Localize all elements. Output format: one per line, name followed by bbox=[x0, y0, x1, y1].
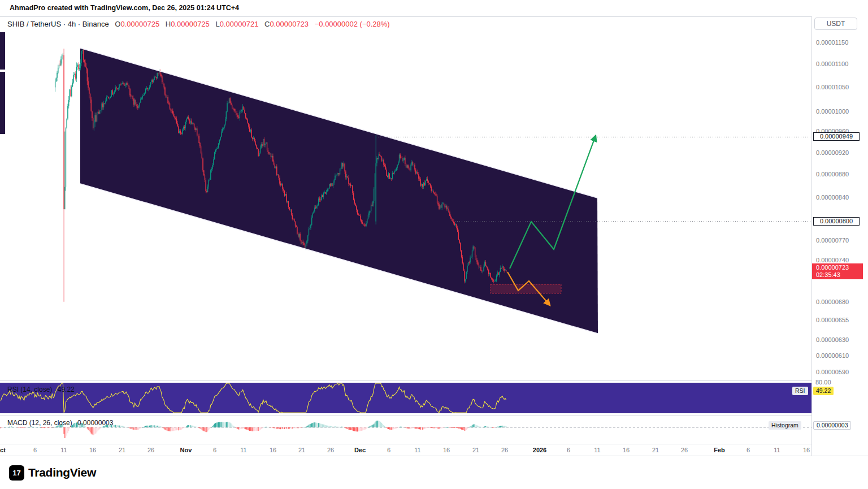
macd-value-badge: 0.00000003 bbox=[813, 421, 851, 430]
price-axis-label: 0.00000630 bbox=[816, 336, 849, 344]
tradingview-chart-window: AhmadPro created with TradingView.com, D… bbox=[0, 0, 868, 489]
time-axis-label: 16 bbox=[803, 447, 810, 453]
price-axis-label: 0.00000880 bbox=[816, 170, 849, 178]
tradingview-wordmark: TradingView bbox=[28, 466, 96, 479]
time-axis-label: 11 bbox=[414, 447, 420, 453]
time-axis-label: Dec bbox=[354, 447, 366, 453]
time-axis-label: 26 bbox=[147, 447, 154, 453]
open-value: 0.00000725 bbox=[120, 20, 159, 28]
currency-toggle-button[interactable]: USDT bbox=[814, 18, 857, 30]
price-axis-label: 0.00000590 bbox=[816, 368, 849, 376]
time-axis-label: 21 bbox=[652, 447, 659, 453]
time-axis-label: 26 bbox=[681, 447, 688, 453]
time-axis-label: 6 bbox=[747, 447, 750, 453]
left-edge-artifact bbox=[0, 32, 5, 70]
macd-legend: MACD (12, 26, close) 0.00000003 bbox=[7, 419, 113, 427]
time-axis-label: 11 bbox=[774, 447, 780, 453]
rsi-legend: RSI (14, close) 49.22 bbox=[7, 386, 75, 393]
time-axis-label: 11 bbox=[60, 447, 67, 453]
macd-title[interactable]: MACD (12, 26, close) bbox=[7, 419, 72, 427]
tradingview-logo-icon: 17 bbox=[9, 465, 24, 481]
pane-separator-bottom bbox=[0, 444, 868, 444]
price-axis-label: 0.00000610 bbox=[816, 352, 849, 360]
pane-separator-macd[interactable] bbox=[0, 416, 868, 416]
time-axis-label: 6 bbox=[387, 447, 390, 453]
low-value: 0.00000721 bbox=[220, 20, 259, 28]
time-axis-label: 26 bbox=[501, 447, 508, 453]
rsi-title[interactable]: RSI (14, close) bbox=[7, 386, 52, 393]
time-axis-label: 21 bbox=[298, 447, 305, 453]
price-axis-label: 0.00000770 bbox=[816, 236, 849, 244]
tradingview-logo[interactable]: 17 TradingView bbox=[9, 465, 96, 481]
time-axis-label: Feb bbox=[714, 447, 725, 453]
time-axis-label: 21 bbox=[472, 447, 479, 453]
pane-separator-rsi[interactable] bbox=[0, 380, 868, 381]
macd-scale-badge: Histogram bbox=[769, 421, 801, 430]
rsi-value-badge: 49.22 bbox=[813, 387, 834, 395]
time-axis-label: 16 bbox=[623, 447, 630, 453]
rsi-upper-level-label: 80.00 bbox=[815, 379, 831, 386]
high-value: 0.00000725 bbox=[171, 20, 210, 28]
chart-top-border bbox=[0, 16, 868, 17]
time-axis-label: 21 bbox=[119, 447, 125, 453]
time-axis-label: Nov bbox=[180, 447, 192, 453]
close-value: 0.00000723 bbox=[270, 20, 309, 28]
time-axis-label: 16 bbox=[270, 447, 276, 453]
rsi-scale-badge: RSI bbox=[792, 387, 808, 395]
price-axis-label: 0.00001150 bbox=[816, 38, 848, 46]
symbol-legend: SHIB / TetherUS · 4h · Binance O0.000007… bbox=[7, 20, 390, 28]
time-axis-label: 26 bbox=[327, 447, 334, 453]
time-axis-label: ct bbox=[0, 447, 6, 453]
price-axis-label: 0.00001000 bbox=[816, 107, 849, 115]
price-axis-label: 0.00000920 bbox=[816, 149, 849, 157]
rsi-band bbox=[0, 383, 811, 413]
rsi-value: 49.22 bbox=[58, 386, 75, 393]
price-axis-label: 0.00001050 bbox=[816, 83, 849, 91]
current-price-label: 0.0000072302:35:43 bbox=[812, 263, 863, 279]
time-axis-label: 6 bbox=[213, 447, 216, 453]
chart-canvas[interactable] bbox=[0, 0, 811, 456]
price-axis-label: 0.00000680 bbox=[816, 298, 849, 306]
time-axis-label: 16 bbox=[443, 447, 450, 453]
time-axis-label: 6 bbox=[33, 447, 37, 453]
high-label: H bbox=[166, 20, 171, 28]
macd-value: 0.00000003 bbox=[77, 419, 113, 427]
price-axis-label: 0.00000655 bbox=[816, 316, 849, 324]
time-axis-label: 6 bbox=[567, 447, 570, 453]
price-axis-label: 0.00000740 bbox=[816, 256, 849, 264]
low-label: L bbox=[215, 20, 219, 28]
time-axis-label: 11 bbox=[594, 447, 600, 453]
time-axis[interactable]: ct611162126Nov611162126Dec61116212620266… bbox=[0, 444, 811, 456]
close-label: C bbox=[264, 20, 270, 28]
time-axis-label: 16 bbox=[89, 447, 96, 453]
open-label: O bbox=[115, 20, 120, 28]
price-level-label: 0.00000949 bbox=[813, 132, 860, 141]
change-value: −0.00000002 (−0.28%) bbox=[315, 20, 390, 28]
footer: 17 TradingView bbox=[0, 456, 868, 489]
left-edge-artifact bbox=[0, 72, 5, 134]
symbol-title[interactable]: SHIB / TetherUS · 4h · Binance bbox=[7, 20, 109, 28]
time-axis-label: 2026 bbox=[533, 447, 546, 453]
time-axis-label: 11 bbox=[240, 447, 246, 453]
price-level-label: 0.00000800 bbox=[813, 217, 860, 226]
price-axis-label: 0.00000840 bbox=[816, 193, 849, 201]
support-zone[interactable] bbox=[491, 284, 561, 293]
price-axis-label: 0.00001100 bbox=[816, 60, 848, 68]
